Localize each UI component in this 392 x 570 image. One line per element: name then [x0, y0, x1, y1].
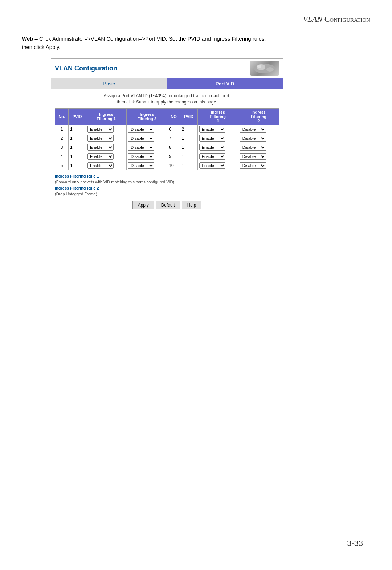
svg-point-3: [257, 65, 261, 68]
cell-no: 2: [55, 134, 69, 143]
select-if1-row4[interactable]: EnableDisable: [87, 153, 114, 160]
cell-if1[interactable]: EnableDisable: [86, 152, 127, 161]
cell-if2-2[interactable]: EnableDisable: [238, 143, 279, 152]
table-header-row: No. PVID IngressFiltering 1 IngressFilte…: [55, 108, 279, 125]
cell-if1[interactable]: EnableDisable: [86, 143, 127, 152]
cell-if2[interactable]: EnableDisable: [127, 143, 167, 152]
tab-port-vid[interactable]: Port VID: [167, 78, 283, 89]
select-if2-row2[interactable]: EnableDisable: [128, 135, 154, 142]
cell-if2[interactable]: EnableDisable: [127, 161, 167, 170]
cell-if2-2[interactable]: EnableDisable: [238, 134, 279, 143]
tab-basic[interactable]: Basic: [51, 78, 167, 89]
select-if2-2-row3[interactable]: EnableDisable: [240, 144, 266, 151]
cell-pvid2: 1: [180, 134, 197, 143]
cell-no2: 8: [167, 143, 180, 152]
select-if2-row4[interactable]: EnableDisable: [128, 153, 154, 160]
cell-pvid2: 1: [180, 143, 197, 152]
table-row: 41EnableDisableEnableDisable91EnableDisa…: [55, 152, 279, 161]
intro-text: Web – Click Administrator=>VLAN Configur…: [22, 35, 269, 51]
select-if1-2-row3[interactable]: EnableDisable: [199, 144, 225, 151]
cell-if2-2[interactable]: EnableDisable: [238, 125, 279, 134]
select-if1-row1[interactable]: EnableDisable: [87, 126, 114, 133]
intro-rest: – Click Administrator=>VLAN Configuratio…: [22, 36, 266, 50]
cell-no2: 9: [167, 152, 180, 161]
select-if2-2-row1[interactable]: EnableDisable: [240, 126, 266, 133]
select-if2-row3[interactable]: EnableDisable: [128, 144, 154, 151]
cell-no2: 10: [167, 161, 180, 170]
ingress-rule-2-desc: (Drop Untagged Frame): [55, 191, 279, 197]
col-no2: NO: [167, 108, 180, 125]
cell-pvid2: 2: [180, 125, 197, 134]
cell-if2[interactable]: EnableDisable: [127, 152, 167, 161]
ingress-rule-2-title: Ingress Filtering Rule 2: [55, 185, 279, 191]
ingress-rule-1-desc: (Forward only packets with VID matching …: [55, 179, 279, 185]
select-if1-2-row4[interactable]: EnableDisable: [199, 153, 225, 160]
cell-if2-2[interactable]: EnableDisable: [238, 152, 279, 161]
panel-logo: [250, 61, 279, 76]
cell-if1-2[interactable]: EnableDisable: [197, 161, 238, 170]
cell-pvid: 1: [69, 125, 86, 134]
intro-bold: Web: [22, 36, 33, 42]
select-if2-2-row5[interactable]: EnableDisable: [240, 162, 266, 169]
cell-no2: 6: [167, 125, 180, 134]
ingress-info: Ingress Filtering Rule 1 (Forward only p…: [55, 173, 279, 197]
cell-no: 4: [55, 152, 69, 161]
description: Assign a Port VLAN ID (1~4094) for untag…: [55, 93, 279, 105]
svg-point-2: [266, 67, 274, 72]
cell-pvid: 1: [69, 143, 86, 152]
cell-pvid2: 1: [180, 152, 197, 161]
cell-if2[interactable]: EnableDisable: [127, 134, 167, 143]
table-row: 31EnableDisableEnableDisable81EnableDisa…: [55, 143, 279, 152]
col-if1-2: IngressFiltering1: [197, 108, 238, 125]
select-if1-2-row1[interactable]: EnableDisable: [199, 126, 225, 133]
cell-if1[interactable]: EnableDisable: [86, 161, 127, 170]
cell-no: 3: [55, 143, 69, 152]
help-button[interactable]: Help: [182, 201, 202, 209]
col-if2: IngressFiltering 2: [127, 108, 167, 125]
button-bar: Apply Default Help: [55, 201, 279, 209]
col-pvid: PVID: [69, 108, 86, 125]
col-no: No.: [55, 108, 69, 125]
table-row: 51EnableDisableEnableDisable101EnableDis…: [55, 161, 279, 170]
cell-if1-2[interactable]: EnableDisable: [197, 152, 238, 161]
tab-bar: Basic Port VID: [51, 78, 283, 89]
apply-button[interactable]: Apply: [132, 201, 154, 209]
cell-if1-2[interactable]: EnableDisable: [197, 143, 238, 152]
vlan-config-panel: VLAN Configuration Basic Port VID Assign…: [51, 58, 283, 213]
select-if2-row1[interactable]: EnableDisable: [128, 126, 154, 133]
title-vlan: VLAN: [303, 15, 322, 24]
cell-no: 5: [55, 161, 69, 170]
select-if1-row2[interactable]: EnableDisable: [87, 135, 114, 142]
panel-title: VLAN Configuration: [55, 65, 117, 72]
select-if2-2-row2[interactable]: EnableDisable: [240, 135, 266, 142]
cell-no2: 7: [167, 134, 180, 143]
port-vid-table: No. PVID IngressFiltering 1 IngressFilte…: [55, 108, 279, 170]
select-if1-2-row5[interactable]: EnableDisable: [199, 162, 225, 169]
col-if1: IngressFiltering 1: [86, 108, 127, 125]
select-if2-row5[interactable]: EnableDisable: [128, 162, 154, 169]
cell-if1-2[interactable]: EnableDisable: [197, 125, 238, 134]
title-config: Configuration: [324, 15, 370, 24]
cell-no: 1: [55, 125, 69, 134]
page-number: 3-33: [347, 539, 363, 548]
page-title: VLAN Configuration: [22, 15, 370, 24]
cell-if2-2[interactable]: EnableDisable: [238, 161, 279, 170]
cell-pvid: 1: [69, 152, 86, 161]
default-button[interactable]: Default: [156, 201, 180, 209]
select-if2-2-row4[interactable]: EnableDisable: [240, 153, 266, 160]
select-if1-2-row2[interactable]: EnableDisable: [199, 135, 225, 142]
cell-if2[interactable]: EnableDisable: [127, 125, 167, 134]
select-if1-row5[interactable]: EnableDisable: [87, 162, 114, 169]
ingress-rule-1-title: Ingress Filtering Rule 1: [55, 173, 279, 179]
col-pvid2: PVID: [180, 108, 197, 125]
select-if1-row3[interactable]: EnableDisable: [87, 144, 114, 151]
table-row: 21EnableDisableEnableDisable71EnableDisa…: [55, 134, 279, 143]
table-row: 11EnableDisableEnableDisable62EnableDisa…: [55, 125, 279, 134]
cell-pvid: 1: [69, 161, 86, 170]
cell-if1-2[interactable]: EnableDisable: [197, 134, 238, 143]
cell-if1[interactable]: EnableDisable: [86, 125, 127, 134]
cell-pvid2: 1: [180, 161, 197, 170]
panel-header: VLAN Configuration: [51, 59, 283, 78]
tab-content: Assign a Port VLAN ID (1~4094) for untag…: [51, 89, 283, 213]
cell-if1[interactable]: EnableDisable: [86, 134, 127, 143]
